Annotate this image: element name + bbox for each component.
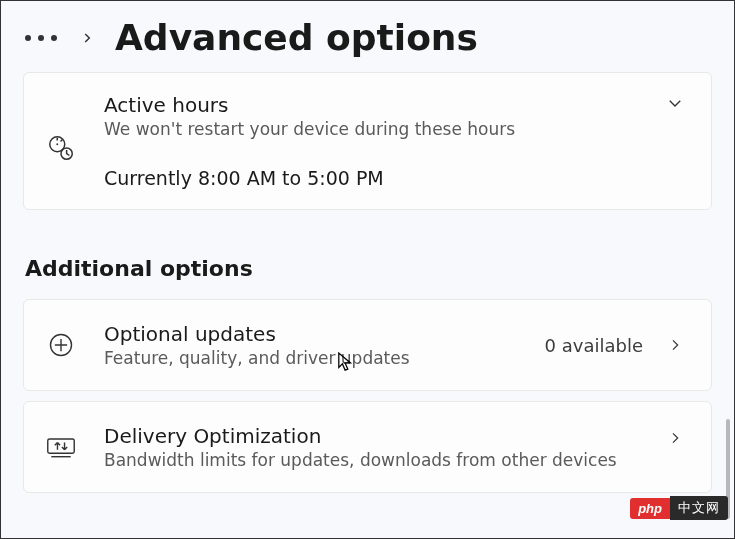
chevron-right-icon[interactable]	[77, 28, 97, 48]
active-hours-card[interactable]: Active hours We won't restart your devic…	[23, 72, 712, 210]
active-hours-subtitle: We won't restart your device during thes…	[104, 119, 639, 139]
delivery-optimization-title: Delivery Optimization	[104, 424, 639, 448]
additional-options-heading: Additional options	[25, 256, 712, 281]
svg-rect-4	[48, 439, 74, 453]
clock-gear-icon	[44, 131, 78, 165]
network-transfer-icon	[44, 430, 78, 464]
card-body: Delivery Optimization Bandwidth limits f…	[104, 424, 639, 470]
card-right: 0 available	[545, 335, 685, 356]
delivery-optimization-subtitle: Bandwidth limits for updates, downloads …	[104, 450, 639, 470]
more-icon[interactable]	[23, 29, 59, 47]
card-right	[665, 93, 685, 113]
card-body: Optional updates Feature, quality, and d…	[104, 322, 519, 368]
card-body: Active hours We won't restart your devic…	[104, 93, 639, 189]
watermark-badge: php 中文网	[630, 496, 728, 520]
badge-right: 中文网	[670, 496, 728, 520]
active-hours-current: Currently 8:00 AM to 5:00 PM	[104, 167, 639, 189]
optional-updates-count: 0 available	[545, 335, 643, 356]
plus-circle-icon	[44, 328, 78, 362]
optional-updates-subtitle: Feature, quality, and driver updates	[104, 348, 519, 368]
active-hours-title: Active hours	[104, 93, 639, 117]
optional-updates-card[interactable]: Optional updates Feature, quality, and d…	[23, 299, 712, 391]
chevron-right-icon[interactable]	[665, 428, 685, 448]
header: Advanced options	[1, 1, 734, 68]
card-right	[665, 446, 685, 448]
svg-point-1	[56, 143, 58, 145]
delivery-optimization-card[interactable]: Delivery Optimization Bandwidth limits f…	[23, 401, 712, 493]
chevron-right-icon[interactable]	[665, 335, 685, 355]
content: Active hours We won't restart your devic…	[1, 68, 734, 493]
badge-left: php	[630, 498, 670, 519]
chevron-down-icon[interactable]	[665, 93, 685, 113]
page-title: Advanced options	[115, 17, 478, 58]
optional-updates-title: Optional updates	[104, 322, 519, 346]
